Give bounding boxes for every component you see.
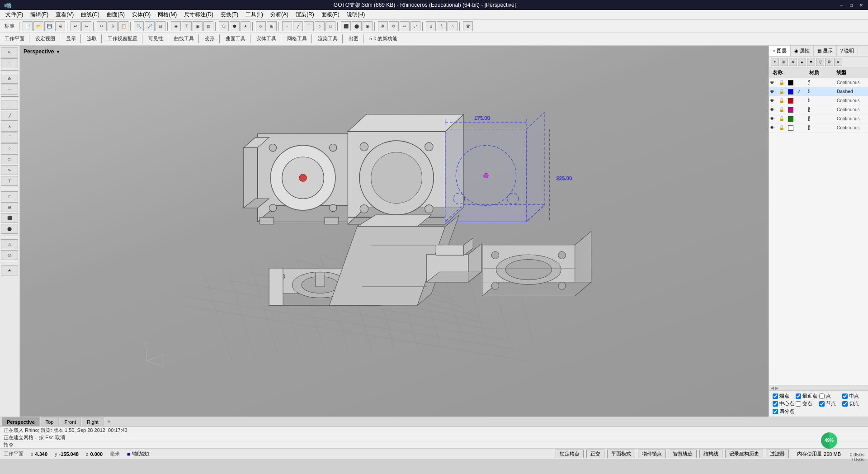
osnap-cb-intersection[interactable] [796, 401, 801, 407]
arc-button[interactable]: ⌒ [304, 21, 314, 31]
tab-layers[interactable]: ≡ 图层 [769, 46, 791, 56]
ellipse-tool[interactable]: ⬭ [1, 154, 18, 164]
layer-color-2[interactable] [788, 98, 793, 104]
layer-name-3[interactable]: 图层 02 [806, 106, 810, 113]
print-button[interactable]: 🖨 [55, 21, 65, 31]
osnap-nearpoint[interactable]: 最近点 [796, 393, 818, 399]
menu-item-尺寸标注(D)[interactable]: 尺寸标注(D) [180, 10, 217, 19]
layer-name-5[interactable]: 图层 05 [806, 124, 810, 131]
osnap-cb-center[interactable] [773, 401, 778, 407]
vp-tab-perspective[interactable]: Perspective [2, 417, 40, 426]
vp-tab-front[interactable]: Front [60, 417, 81, 426]
tab-display[interactable]: ▦ 显示 [814, 46, 837, 56]
status-btn-物件锁点[interactable]: 物件锁点 [638, 450, 666, 458]
layer-name-4[interactable]: 图层 04 [806, 115, 810, 122]
render-tool[interactable]: ★ [1, 265, 18, 275]
layer-lock-1[interactable]: 🔓 [779, 89, 788, 94]
move-down-button[interactable]: ▼ [807, 58, 815, 66]
move-button[interactable]: ✥ [378, 21, 388, 31]
layer-color-0[interactable] [788, 80, 793, 85]
paste-button[interactable]: 📋 [118, 21, 128, 31]
close-button[interactable]: ✕ [858, 2, 864, 8]
diff-button[interactable]: ∖ [437, 21, 447, 31]
zoom-in-button[interactable]: 🔍 [134, 21, 144, 31]
scene-canvas[interactable]: 175.00 225.00 [20, 46, 769, 417]
polyline-tool[interactable]: ∧ [1, 122, 18, 132]
tab-help[interactable]: ? 说明 [837, 46, 859, 56]
point-button[interactable]: · [282, 21, 292, 31]
new-layer-button[interactable]: + [771, 58, 779, 66]
layer-lock-3[interactable]: 🔓 [779, 107, 788, 112]
analyse-tool[interactable]: ◎ [1, 250, 18, 260]
open-button[interactable]: 📂 [33, 21, 43, 31]
shade-button[interactable]: ⬢ [230, 21, 240, 31]
layer-row-5[interactable]: 👁 🔓 图层 05 Continuous [769, 123, 868, 133]
menu-item-文件(F)[interactable]: 文件(F) [2, 10, 27, 19]
snap-button[interactable]: ⊹ [256, 21, 266, 31]
layer-name-1[interactable]: 辅助线1 [806, 88, 810, 95]
layer-color-5[interactable] [788, 125, 793, 131]
viewport-dropdown[interactable]: ▼ [56, 49, 60, 54]
layer-eye-2[interactable]: 👁 [770, 98, 779, 103]
collapse-button[interactable]: ≡ [834, 58, 842, 66]
cylinder-button[interactable]: ⬤ [352, 21, 362, 31]
right-scroll[interactable]: 👁 🔓 预设值 Continuous 👁 🔓 ✓ 辅助线1 Dashed 👁 🔓… [769, 78, 868, 385]
solid-box-tool[interactable]: ⬛ [1, 213, 18, 223]
redo-button[interactable]: ↪ [81, 21, 91, 31]
layer-color-1[interactable] [788, 89, 793, 95]
osnap-cb-tangent[interactable] [842, 401, 848, 407]
right-panel-scrollbar[interactable]: ◀ ▶ [769, 385, 868, 390]
osnap-cb-nearpoint[interactable] [796, 393, 801, 399]
menu-item-说明(H)[interactable]: 说明(H) [343, 10, 369, 19]
layer-name-2[interactable]: 辅助线2 [806, 97, 810, 104]
mirror-button[interactable]: ⇌ [410, 21, 420, 31]
minimize-button[interactable]: ─ [838, 2, 844, 8]
osnap-cb-point[interactable] [819, 393, 825, 399]
osnap-cb-midpoint[interactable] [842, 393, 848, 399]
menu-item-曲线(C)[interactable]: 曲线(C) [77, 10, 103, 19]
point-tool[interactable]: · [1, 100, 18, 110]
copy-button[interactable]: ⎘ [108, 21, 118, 31]
sphere-button[interactable]: ◉ [363, 21, 373, 31]
layer-row-4[interactable]: 👁 🔓 图层 04 Continuous [769, 114, 868, 123]
tab-properties[interactable]: ◉ 属性 [791, 46, 814, 56]
menu-item-曲面(S)[interactable]: 曲面(S) [103, 10, 128, 19]
vp-tab-right[interactable]: Right [82, 417, 104, 426]
layer-eye-3[interactable]: 👁 [770, 107, 779, 112]
select-window-tool[interactable]: ⬚ [1, 58, 18, 68]
wire-button[interactable]: ⬡ [219, 21, 229, 31]
surface-tool[interactable]: ◻ [1, 191, 18, 201]
circle-tool[interactable]: ○ [1, 143, 18, 153]
osnap-cb-endpoint[interactable] [773, 393, 778, 399]
rotate-button[interactable]: ↻ [389, 21, 399, 31]
line-button[interactable]: ╱ [293, 21, 303, 31]
layer-eye-1[interactable]: 👁 [770, 89, 779, 94]
layer-color-3[interactable] [788, 107, 793, 113]
menu-item-查看(V)[interactable]: 查看(V) [52, 10, 77, 19]
layer-lock-5[interactable]: 🔓 [779, 125, 788, 130]
osnap-cb-quadrant[interactable] [773, 409, 778, 414]
move-up-button[interactable]: ▲ [798, 58, 806, 66]
osnap-point[interactable]: 点 [819, 393, 841, 399]
layer-eye-0[interactable]: 👁 [770, 80, 779, 85]
layer-lock-2[interactable]: 🔓 [779, 98, 788, 103]
menu-item-面板(P)[interactable]: 面板(P) [318, 10, 343, 19]
menu-item-渲染(R)[interactable]: 渲染(R) [292, 10, 318, 19]
freeform-tool[interactable]: ∿ [1, 165, 18, 175]
gumball-tool[interactable]: ⊕ [1, 74, 18, 84]
vp-tab-top[interactable]: Top [41, 417, 59, 426]
select-tool[interactable]: ↖ [1, 47, 18, 57]
new-sublayer-button[interactable]: ⊕ [780, 58, 788, 66]
status-btn-记录建构历史[interactable]: 记录建构历史 [725, 450, 763, 458]
transform-tool[interactable]: ↔ [1, 85, 18, 95]
osnap-intersection[interactable]: 交点 [796, 400, 818, 407]
layer-lock-4[interactable]: 🔓 [779, 116, 788, 121]
menu-item-变换(T)[interactable]: 变换(T) [217, 10, 242, 19]
circle-button[interactable]: ○ [315, 21, 325, 31]
view-persp-button[interactable]: ◈ [171, 21, 181, 31]
osnap-quadrant[interactable]: 四分点 [773, 408, 795, 415]
view-right-button[interactable]: ▤ [203, 21, 213, 31]
cut-button[interactable]: ✂ [97, 21, 107, 31]
maximize-button[interactable]: □ [848, 2, 854, 8]
status-btn-锁定格点[interactable]: 锁定格点 [556, 450, 584, 458]
